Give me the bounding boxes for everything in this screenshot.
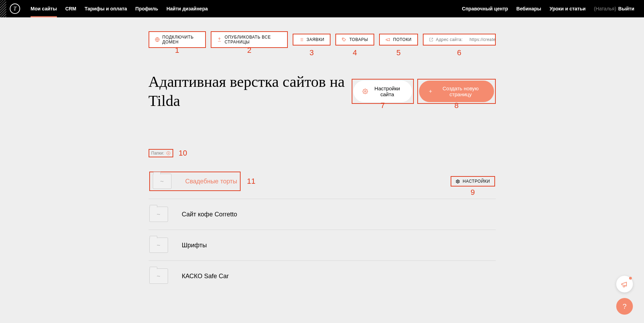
floating-buttons: ? — [616, 276, 633, 291]
products-button[interactable]: ТОВАРЫ — [335, 34, 374, 45]
folder-row[interactable]: ~ Сайт кофе Corretto — [149, 199, 496, 230]
action-bar: ПОДКЛЮЧИТЬ ДОМЕН 1 ОПУБЛИКОВАТЬ ВСЕ СТРА… — [149, 31, 496, 48]
folder-row[interactable]: ~ Шрифты — [149, 230, 496, 261]
nav-find-designer[interactable]: Найти дизайнера — [166, 0, 208, 17]
user-name: (Наталья) — [594, 6, 616, 11]
plus-circle-icon — [166, 151, 170, 155]
top-header: T Мои сайты CRM Тарифы и оплата Профиль … — [0, 0, 644, 17]
main-container: ПОДКЛЮЧИТЬ ДОМЕН 1 ОПУБЛИКОВАТЬ ВСЕ СТРА… — [149, 31, 496, 291]
folder-row[interactable]: ~ КАСКО Safe Car — [149, 261, 496, 291]
site-settings-label: Настройки сайта — [371, 85, 403, 97]
folder-name[interactable]: Свадебные торты — [185, 178, 237, 185]
plus-icon — [428, 89, 433, 94]
annotation-1: 1 — [175, 46, 179, 55]
folder-icon: ~ — [149, 238, 168, 253]
annotation-6: 6 — [457, 48, 461, 57]
create-page-label: Создать новую страницу — [436, 85, 485, 97]
annotation-9: 9 — [471, 188, 475, 197]
nav-crm[interactable]: CRM — [65, 0, 76, 17]
annotation-box-11: ~ Свадебные торты — [149, 172, 241, 191]
connect-domain-button[interactable]: ПОДКЛЮЧИТЬ ДОМЕН — [149, 31, 206, 48]
megaphone-icon — [385, 37, 390, 42]
annotation-10: 10 — [179, 149, 187, 158]
products-label: ТОВАРЫ — [349, 37, 368, 42]
folder-icon: ~ — [149, 207, 168, 222]
nav-profile[interactable]: Профиль — [135, 0, 158, 17]
folders-label-row: Папки: 10 — [149, 149, 496, 158]
streams-label: ПОТОКИ — [393, 37, 411, 42]
announcements-button[interactable] — [616, 276, 633, 291]
folder-settings-label: НАСТРОЙКИ — [463, 179, 490, 184]
folders-label: Папки: — [151, 151, 164, 156]
folder-name[interactable]: КАСКО Safe Car — [182, 273, 229, 280]
header-pattern — [0, 0, 6, 17]
logo-glyph: T — [14, 6, 17, 12]
svg-point-1 — [343, 39, 343, 39]
site-settings-button[interactable]: Настройки сайта — [353, 81, 412, 102]
folder-icon: ~ — [153, 174, 172, 189]
nav-webinars[interactable]: Вебинары — [516, 0, 541, 17]
streams-button[interactable]: ПОТОКИ — [379, 34, 418, 45]
create-page-button[interactable]: Создать новую страницу — [419, 81, 494, 102]
upload-icon — [217, 37, 222, 42]
site-title: Адаптивная верстка сайтов на Tilda — [149, 72, 352, 110]
gear-icon — [455, 179, 460, 184]
leads-label: ЗАЯВКИ — [307, 37, 324, 42]
nav-lessons[interactable]: Уроки и статьи — [550, 0, 586, 17]
folder-icon: ~ — [149, 268, 168, 284]
add-folder-button[interactable]: Папки: — [149, 149, 173, 157]
megaphone-icon — [621, 280, 628, 288]
logo[interactable]: T — [10, 3, 20, 14]
logout-link[interactable]: Выйти — [618, 6, 634, 11]
svg-point-4 — [457, 181, 458, 182]
nav-tariffs[interactable]: Тарифы и оплата — [85, 0, 127, 17]
tag-icon — [342, 37, 346, 42]
nav-my-sites[interactable]: Мои сайты — [31, 0, 57, 17]
annotation-4: 4 — [353, 48, 357, 57]
globe-icon — [155, 37, 160, 42]
annotation-8: 8 — [454, 101, 459, 110]
publish-all-label: ОПУБЛИКОВАТЬ ВСЕ СТРАНИЦЫ — [225, 35, 282, 44]
annotation-7: 7 — [380, 101, 385, 110]
list-plus-icon — [299, 37, 304, 42]
nav-left: Мои сайты CRM Тарифы и оплата Профиль На… — [31, 0, 208, 17]
site-url-value: https://create-si… — [469, 37, 495, 42]
nav-right: Справочный центр Вебинары Уроки и статьи… — [462, 0, 634, 17]
folder-settings-button[interactable]: НАСТРОЙКИ — [451, 176, 495, 187]
leads-button[interactable]: ЗАЯВКИ — [293, 34, 331, 45]
annotation-3: 3 — [310, 48, 314, 57]
connect-domain-label: ПОДКЛЮЧИТЬ ДОМЕН — [162, 35, 200, 44]
folder-name[interactable]: Сайт кофе Corretto — [182, 211, 237, 218]
publish-all-button[interactable]: ОПУБЛИКОВАТЬ ВСЕ СТРАНИЦЫ — [211, 31, 288, 48]
annotation-11: 11 — [247, 177, 255, 186]
title-row: Адаптивная верстка сайтов на Tilda Настр… — [149, 72, 496, 110]
annotation-5: 5 — [396, 48, 401, 57]
site-url-prefix: Адрес сайта: — [436, 37, 463, 42]
gear-icon — [362, 89, 368, 94]
nav-help-center[interactable]: Справочный центр — [462, 0, 508, 17]
folder-list: ~ Свадебные торты 11 НАСТРОЙКИ 9 ~ Сайт … — [149, 164, 496, 291]
svg-point-2 — [365, 91, 366, 92]
folder-name[interactable]: Шрифты — [182, 242, 207, 249]
folder-row-active[interactable]: ~ Свадебные торты 11 НАСТРОЙКИ 9 — [149, 164, 496, 199]
annotation-2: 2 — [247, 46, 251, 55]
external-link-icon — [429, 37, 433, 42]
site-url-link[interactable]: Адрес сайта: https://create-si… — [423, 34, 496, 45]
